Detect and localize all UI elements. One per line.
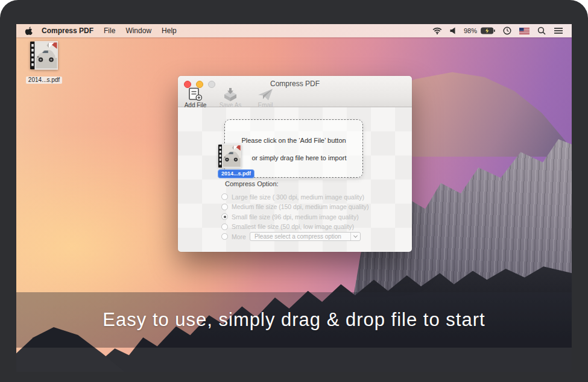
radio-circle[interactable] bbox=[221, 213, 228, 220]
wallpaper-bottom-band bbox=[16, 348, 572, 372]
wifi-icon[interactable] bbox=[432, 27, 442, 34]
email-icon bbox=[258, 88, 273, 101]
save-as-button[interactable]: Save As bbox=[217, 88, 244, 108]
email-button[interactable]: Email bbox=[251, 88, 279, 108]
compress-option-dropdown[interactable]: Please select a compress option bbox=[250, 232, 361, 241]
chevron-down-icon bbox=[350, 233, 360, 240]
radio-circle[interactable] bbox=[221, 193, 228, 200]
window-title: Compress PDF bbox=[178, 80, 412, 88]
radio-more[interactable]: More Please select a compress option bbox=[221, 233, 369, 240]
add-file-icon bbox=[188, 88, 203, 101]
dropzone-line1: Please click on the ‘Add File’ button bbox=[225, 137, 362, 144]
save-as-icon bbox=[223, 88, 238, 101]
menu-bar: Compress PDF File Window Help bbox=[16, 24, 572, 37]
pdf-thumbnail-icon bbox=[30, 40, 58, 71]
us-flag-icon[interactable] bbox=[519, 28, 530, 34]
menu-file[interactable]: File bbox=[104, 27, 115, 35]
radio-medium-file[interactable]: Medium file size (150 dpi, medium image … bbox=[221, 203, 369, 211]
device-bezel: Easy to use, simply drag & drop file to … bbox=[0, 0, 588, 382]
dragged-file-thumbnail[interactable] bbox=[218, 143, 241, 172]
menu-help[interactable]: Help bbox=[162, 27, 177, 35]
desktop-file-icon[interactable]: 2014...s.pdf bbox=[20, 40, 68, 84]
volume-icon[interactable] bbox=[450, 27, 456, 34]
battery-charging-icon[interactable] bbox=[481, 27, 495, 34]
radio-circle[interactable] bbox=[221, 233, 228, 240]
menubar-app-name[interactable]: Compress PDF bbox=[42, 27, 93, 35]
apple-menu-icon[interactable] bbox=[25, 27, 33, 36]
notification-list-icon[interactable] bbox=[554, 27, 563, 34]
desktop-screen: Easy to use, simply drag & drop file to … bbox=[16, 24, 572, 372]
dropzone-line2: or simply drag file here to import bbox=[230, 154, 368, 161]
compress-options: Compress Option: Large file size ( 300 d… bbox=[221, 180, 369, 243]
pdf-thumbnail-icon bbox=[218, 143, 241, 169]
clock-icon[interactable] bbox=[503, 27, 511, 35]
radio-circle[interactable] bbox=[221, 204, 228, 210]
radio-small-file[interactable]: Small file size (96 dpi, medium image qu… bbox=[221, 213, 369, 221]
add-file-button[interactable]: Add File bbox=[182, 88, 209, 108]
search-icon[interactable] bbox=[537, 27, 546, 35]
radio-circle[interactable] bbox=[221, 224, 228, 230]
compress-pdf-window: Compress PDF bbox=[178, 76, 412, 252]
menu-window[interactable]: Window bbox=[125, 27, 151, 35]
battery-percent: 98% bbox=[464, 27, 477, 34]
radio-smallest-file[interactable]: Smallest file size (50 dpi, low image qu… bbox=[221, 223, 369, 231]
caption-band: Easy to use, simply drag & drop file to … bbox=[16, 292, 572, 348]
radio-large-file[interactable]: Large file size ( 300 dpi, medium image … bbox=[221, 193, 369, 201]
marketing-caption: Easy to use, simply drag & drop file to … bbox=[103, 309, 485, 331]
window-header: Compress PDF bbox=[178, 76, 412, 107]
window-content: Please click on the ‘Add File’ button or… bbox=[178, 107, 412, 252]
toolbar: Add File Save As bbox=[182, 88, 279, 108]
dropdown-placeholder: Please select a compress option bbox=[250, 233, 350, 240]
desktop-file-label[interactable]: 2014...s.pdf bbox=[26, 77, 62, 84]
drag-file-badge: 2014...s.pdf bbox=[218, 169, 254, 178]
compress-options-heading: Compress Option: bbox=[225, 180, 369, 187]
